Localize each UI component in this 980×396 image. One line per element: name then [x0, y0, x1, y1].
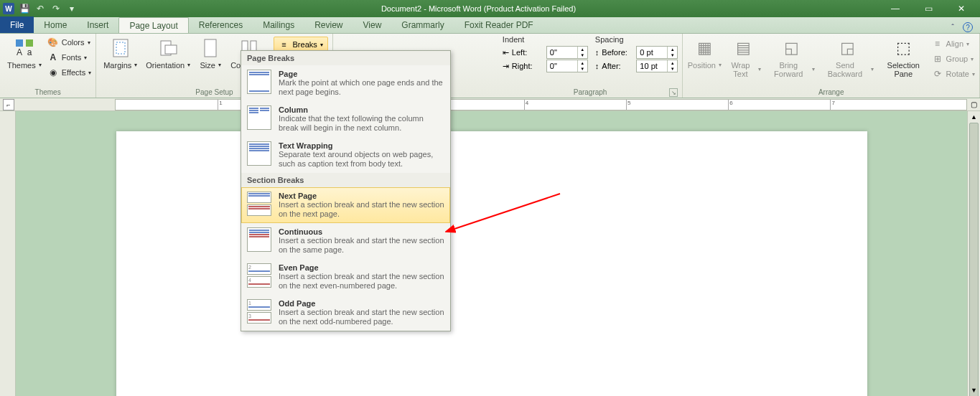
size-icon — [199, 37, 222, 60]
wrap-icon: ▤ — [732, 37, 755, 60]
rotate-button[interactable]: ⟳Rotate▾ — [932, 67, 975, 81]
fonts-icon: A — [47, 52, 59, 63]
orientation-icon — [157, 37, 179, 60]
break-even-page[interactable]: 2 4 Even PageInsert a section break and … — [241, 259, 450, 295]
continuous-break-icon — [247, 227, 271, 252]
themes-button[interactable]: Aa Themes — [4, 35, 45, 71]
window-controls: — ▭ ✕ — [879, 1, 977, 16]
position-button[interactable]: ▦Position — [687, 35, 722, 80]
redo-icon[interactable]: ↷ — [50, 3, 62, 14]
spacing-after-icon: ↕ — [595, 62, 599, 70]
forward-icon: ◱ — [780, 37, 803, 60]
close-button[interactable]: ✕ — [946, 1, 977, 16]
break-continuous[interactable]: ContinuousInsert a section break and sta… — [241, 223, 450, 259]
effects-icon: ◉ — [47, 67, 59, 78]
break-odd-page[interactable]: 1 3 Odd PageInsert a section break and s… — [241, 295, 450, 331]
tab-references[interactable]: References — [189, 17, 253, 33]
spacing-heading: Spacing — [595, 35, 678, 44]
svg-rect-8 — [205, 39, 216, 57]
tab-file[interactable]: File — [0, 16, 34, 33]
tab-home[interactable]: Home — [34, 17, 77, 33]
theme-fonts-button[interactable]: AFonts▾ — [47, 50, 91, 65]
theme-colors-button[interactable]: 🎨Colors▾ — [47, 35, 91, 50]
even-page-break-icon: 2 4 — [247, 263, 271, 291]
vertical-ruler[interactable] — [0, 111, 16, 396]
tab-view[interactable]: View — [353, 17, 392, 33]
bring-forward-button[interactable]: ◱Bring Forward — [765, 35, 818, 80]
scroll-thumb[interactable] — [969, 123, 979, 396]
break-page[interactable]: PageMark the point at which one page end… — [241, 65, 450, 101]
quick-access-toolbar: 💾 ↶ ↷ ▾ — [19, 3, 78, 14]
tab-grammarly[interactable]: Grammarly — [391, 17, 454, 33]
svg-rect-0 — [16, 39, 23, 47]
tab-review[interactable]: Review — [304, 17, 353, 33]
help-icon[interactable]: ? — [963, 22, 973, 32]
scroll-down-arrow[interactable]: ▼ — [968, 385, 980, 396]
theme-effects-button[interactable]: ◉Effects▾ — [47, 65, 91, 80]
qat-customize-icon[interactable]: ▾ — [66, 3, 78, 14]
indent-left-input[interactable]: ▲▼ — [546, 46, 588, 59]
ribbon: Aa Themes 🎨Colors▾ AFonts▾ ◉Effects▾ The… — [0, 34, 980, 98]
spacing-before-icon: ↕ — [595, 48, 599, 57]
spacing-after-input[interactable]: ▲▼ — [636, 60, 678, 72]
break-text-wrapping[interactable]: Text WrappingSeparate text around object… — [241, 137, 450, 173]
word-app-icon: W — [3, 3, 14, 14]
wrap-text-button[interactable]: ▤Wrap Text — [723, 35, 763, 80]
scroll-up-arrow[interactable]: ▲ — [968, 111, 980, 123]
margins-icon — [109, 37, 132, 60]
document-page[interactable] — [116, 131, 867, 396]
group-themes: Aa Themes 🎨Colors▾ AFonts▾ ◉Effects▾ The… — [0, 34, 96, 98]
align-icon: ≡ — [932, 38, 943, 50]
ruler-toggle[interactable]: ▢ — [967, 100, 980, 108]
document-canvas[interactable] — [16, 111, 967, 396]
position-icon: ▦ — [693, 37, 716, 60]
svg-text:A: A — [17, 47, 22, 57]
text-wrap-break-icon — [247, 141, 271, 166]
horizontal-ruler-strip: ⌐ 1234567 ▢ — [0, 98, 980, 111]
backward-icon: ◲ — [836, 37, 859, 60]
margins-button[interactable]: Margins — [101, 35, 140, 71]
tab-foxit[interactable]: Foxit Reader PDF — [454, 17, 543, 33]
paragraph-launcher[interactable]: ↘ — [669, 88, 678, 97]
group-paragraph: Indent ⇤Left:▲▼ ⇥Right:▲▼ Spacing ↕Befor… — [498, 34, 683, 98]
column-break-icon — [247, 105, 271, 130]
group-icon: ⊞ — [932, 53, 943, 65]
group-button[interactable]: ⊞Group▾ — [932, 52, 975, 66]
window-title: Document2 - Microsoft Word (Product Acti… — [78, 4, 879, 13]
indent-left-icon: ⇤ — [503, 48, 509, 57]
tab-mailings[interactable]: Mailings — [253, 17, 304, 33]
rotate-icon: ⟳ — [932, 68, 943, 80]
save-icon[interactable]: 💾 — [19, 3, 30, 14]
size-button[interactable]: Size — [196, 35, 225, 71]
break-next-page[interactable]: Next PageInsert a section break and star… — [241, 187, 450, 223]
indent-right-input[interactable]: ▲▼ — [546, 60, 588, 72]
orientation-button[interactable]: Orientation — [143, 35, 193, 71]
title-bar: W 💾 ↶ ↷ ▾ Document2 - Microsoft Word (Pr… — [0, 0, 980, 17]
page-break-icon — [247, 70, 271, 94]
indent-heading: Indent — [503, 35, 588, 44]
odd-page-break-icon: 1 3 — [247, 299, 271, 326]
tab-insert[interactable]: Insert — [77, 17, 118, 33]
themes-icon: Aa — [13, 37, 36, 60]
align-button[interactable]: ≡Align▾ — [932, 37, 975, 51]
group-label-paragraph: Paragraph↘ — [503, 88, 678, 98]
spacing-before-input[interactable]: ▲▼ — [636, 46, 678, 59]
minimize-button[interactable]: — — [879, 1, 911, 16]
send-backward-button[interactable]: ◲Send Backward — [819, 35, 877, 80]
tab-selector[interactable]: ⌐ — [3, 99, 14, 110]
group-label-arrange: Arrange — [687, 88, 975, 98]
page-breaks-heading: Page Breaks — [241, 51, 450, 65]
svg-rect-1 — [26, 39, 33, 47]
selection-pane-button[interactable]: ⬚Selection Pane — [878, 35, 929, 80]
colors-icon: 🎨 — [47, 37, 59, 48]
indent-right-icon: ⇥ — [503, 62, 509, 71]
ribbon-minimize-icon[interactable]: ˆ — [947, 22, 958, 33]
document-area: ▲ ▼ — [0, 111, 980, 396]
undo-icon[interactable]: ↶ — [34, 3, 46, 14]
selection-icon: ⬚ — [892, 37, 915, 60]
break-column[interactable]: ColumnIndicate that the text following t… — [241, 101, 450, 137]
tab-page-layout[interactable]: Page Layout — [118, 17, 188, 33]
vertical-scrollbar[interactable]: ▲ ▼ — [967, 111, 980, 396]
breaks-icon: ≡ — [279, 39, 290, 50]
maximize-button[interactable]: ▭ — [913, 1, 944, 16]
